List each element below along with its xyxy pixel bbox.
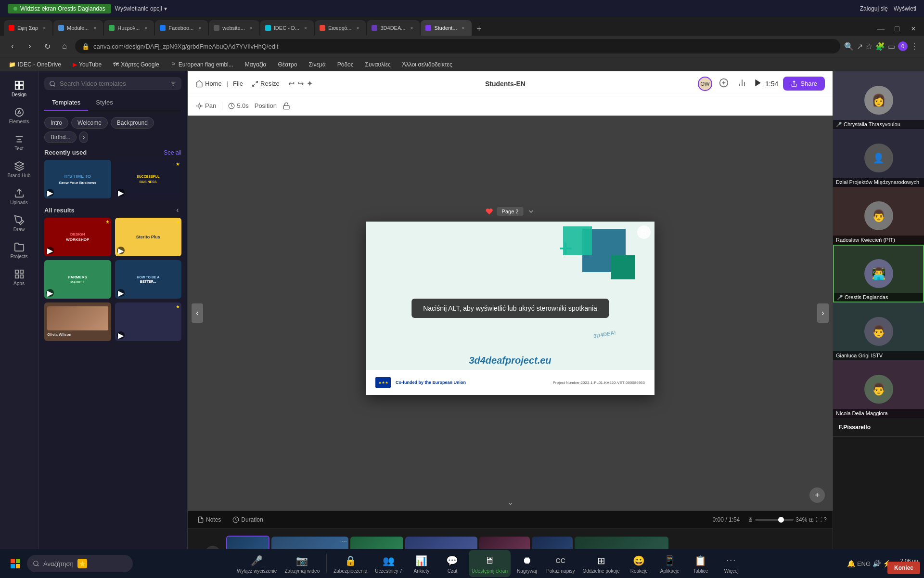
tab-0[interactable]: Εφη Σαρ ×: [4, 20, 52, 36]
present-btn[interactable]: Wyświetl: [894, 5, 916, 12]
sidebar-item-projects[interactable]: Projects: [2, 238, 36, 263]
volume-icon[interactable]: 🔊: [873, 560, 881, 567]
tab-templates[interactable]: Templates: [44, 95, 88, 111]
all-template-5[interactable]: ▶ ★: [115, 302, 182, 341]
bookmark-theatre[interactable]: Θέατρο: [275, 60, 300, 69]
network-icon[interactable]: ENG: [857, 560, 871, 567]
collapse-btn[interactable]: ‹: [174, 206, 181, 214]
bookmark-concerts[interactable]: Συναυλίες: [362, 60, 394, 69]
new-tab-btn[interactable]: +: [473, 22, 486, 36]
tab-7[interactable]: 3D4DEA... ×: [367, 20, 420, 36]
tb-participants[interactable]: 👥 Uczestnicy 7: [372, 550, 405, 577]
close-btn[interactable]: ×: [907, 22, 920, 36]
add-user-btn[interactable]: [717, 76, 731, 91]
tb-rooms[interactable]: ⊞ Oddzielne pokoje: [579, 550, 622, 577]
search-icon[interactable]: 🔍: [844, 42, 854, 51]
slide-refresh-btn[interactable]: ↻: [637, 225, 651, 239]
sidebar-item-elements[interactable]: Elements: [2, 103, 36, 128]
bookmark-cinema[interactable]: Σινεμά: [306, 60, 328, 69]
tb-whiteboard[interactable]: 📋 Tablice: [686, 550, 715, 577]
help-icon[interactable]: ?: [823, 516, 827, 523]
tab-close-4[interactable]: ×: [248, 25, 255, 31]
koniec-btn[interactable]: Koniec: [887, 562, 920, 574]
file-menu-btn[interactable]: File: [233, 80, 243, 87]
tl-slide-options-1[interactable]: ⋯: [341, 538, 347, 545]
minimize-btn[interactable]: —: [874, 22, 887, 36]
share-btn[interactable]: Share: [783, 77, 825, 91]
pill-more[interactable]: ›: [79, 131, 88, 143]
tab-4[interactable]: website... ×: [209, 20, 259, 36]
tb-share-screen[interactable]: 🖥 Udostępnij ekran: [469, 550, 511, 577]
display-opts[interactable]: Wyświetlanie opcji ▾: [115, 5, 167, 12]
pill-birthday[interactable]: Birthd...: [44, 131, 77, 143]
notes-btn[interactable]: Notes: [193, 514, 225, 525]
tab-1[interactable]: Module... ×: [53, 20, 103, 36]
all-template-4[interactable]: Olivia Wilson: [44, 302, 111, 341]
tab-8[interactable]: Student... ×: [421, 20, 471, 36]
play-btn[interactable]: [754, 79, 762, 89]
filter-icon[interactable]: [170, 80, 177, 87]
home-btn[interactable]: ⌂: [58, 39, 71, 53]
sidebar-item-apps[interactable]: Apps: [2, 265, 36, 290]
tb-captions[interactable]: CC Pokaż napisy: [543, 550, 578, 577]
tab-close-8[interactable]: ×: [460, 25, 467, 31]
tb-apps[interactable]: 📱 Aplikacje: [655, 550, 684, 577]
tb-record[interactable]: ⏺ Nagrywaj: [513, 550, 541, 577]
search-bar[interactable]: [44, 77, 181, 90]
template-thumb-0[interactable]: IT'S TIME TO Grow Your Business ▶: [44, 160, 111, 198]
menu-icon[interactable]: ⋮: [911, 42, 918, 51]
forward-btn[interactable]: ›: [23, 39, 37, 53]
tab-close-2[interactable]: ×: [142, 25, 149, 31]
undo-btn[interactable]: ↩: [288, 79, 295, 88]
search-input[interactable]: [60, 80, 166, 87]
pill-intro[interactable]: Intro: [44, 117, 68, 129]
tab-close-5[interactable]: ×: [302, 25, 309, 31]
canvas-nav-left[interactable]: ‹: [192, 303, 203, 323]
all-template-3[interactable]: HOW TO BE A BETTER... ▶: [115, 260, 182, 299]
login-btn[interactable]: Zaloguj się: [860, 5, 888, 12]
tab-styles[interactable]: Styles: [88, 95, 120, 111]
tab-close-0[interactable]: ×: [41, 25, 48, 31]
duration-btn[interactable]: Duration: [229, 514, 267, 525]
sidebar-icon[interactable]: ▭: [888, 42, 895, 51]
tb-security[interactable]: 🔒 Zabezpieczenia: [331, 550, 370, 577]
sidebar-item-design[interactable]: Design: [2, 76, 36, 101]
all-template-1[interactable]: Sterito Plus ▶ ★: [115, 218, 182, 256]
tab-5[interactable]: IDEC - D... ×: [260, 20, 314, 36]
bookmark-more[interactable]: Άλλοι σελιδοδείκτες: [399, 60, 455, 69]
tb-more[interactable]: ··· Więcej: [717, 550, 746, 577]
position-btn[interactable]: Position: [255, 102, 277, 109]
pan-btn[interactable]: Pan: [195, 102, 216, 110]
sidebar-item-uploads[interactable]: Uploads: [2, 184, 36, 209]
all-template-2[interactable]: FARMERS MARKET ▶: [44, 260, 111, 299]
tab-3[interactable]: Faceboo... ×: [155, 20, 208, 36]
sidebar-item-brandhub[interactable]: Brand Hub: [2, 157, 36, 182]
notification-icon[interactable]: 🔔: [847, 560, 855, 567]
bookmark-rodos[interactable]: Ρόδος: [334, 60, 357, 69]
see-all-link[interactable]: See all: [164, 149, 181, 156]
address-bar[interactable]: 🔒 canva.com/design/DAFj_zpN9Xg/grbdFmeAb…: [75, 39, 840, 53]
maximize-btn[interactable]: □: [890, 22, 904, 36]
template-thumb-1[interactable]: SUCCESSFUL BUSINESS ▶ ★: [115, 160, 182, 198]
bookmark-onedrive[interactable]: 📁IDEC - OneDrive: [6, 60, 64, 69]
pill-background[interactable]: Background: [111, 117, 154, 129]
profile-count[interactable]: 0: [898, 41, 908, 51]
sidebar-item-text[interactable]: Text: [2, 130, 36, 155]
refresh-btn[interactable]: ↻: [40, 39, 54, 53]
expand-icon[interactable]: ⛶: [816, 516, 821, 523]
bookmark-youtube[interactable]: ▶YouTube: [70, 60, 104, 69]
share-icon[interactable]: ↗: [857, 42, 863, 51]
tb-stop-video[interactable]: 📷 Zatrzymaj wideo: [282, 550, 322, 577]
bookmark-icon[interactable]: ☆: [866, 42, 873, 51]
resize-btn[interactable]: Resize: [248, 78, 283, 89]
zoom-slider[interactable]: [755, 519, 794, 521]
bookmark-maps[interactable]: 🗺Χάρτες Google: [110, 60, 162, 69]
tab-close-3[interactable]: ×: [196, 25, 203, 31]
all-template-0[interactable]: DESIGN WORKSHOP ▶ ★: [44, 218, 111, 256]
tb-chat[interactable]: 💬 Czat: [438, 550, 467, 577]
taskbar-search[interactable]: Αναζήτηση ⭐: [27, 555, 133, 572]
chevron-down-icon[interactable]: [527, 208, 535, 215]
tab-2[interactable]: Ημερολ... ×: [104, 20, 154, 36]
lock-btn[interactable]: [282, 102, 290, 110]
extensions-icon[interactable]: 🧩: [875, 42, 885, 51]
